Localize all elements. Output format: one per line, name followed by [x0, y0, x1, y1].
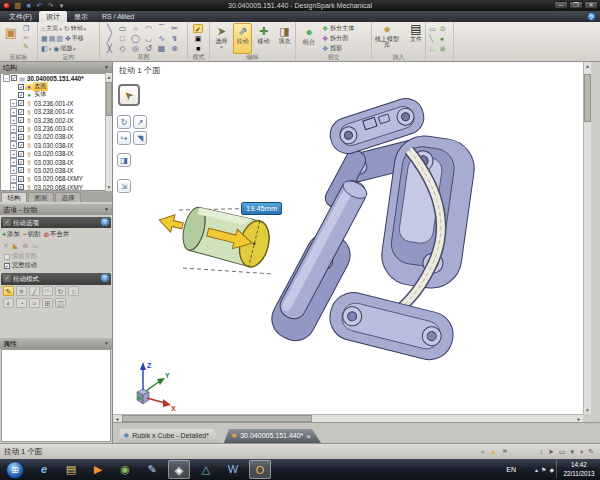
tree-scrollbar[interactable]: ▲ ▼ [105, 73, 112, 191]
dock-tab[interactable]: 结构 [1, 192, 27, 202]
start-button[interactable]: ⊞ [6, 461, 24, 479]
pull-mode-button[interactable]: ✕ [16, 286, 27, 296]
combine-button[interactable]: ● 组合 [298, 23, 320, 54]
view-grid-icon[interactable]: ▤ [49, 35, 56, 43]
home-view-button[interactable]: ⌂ 主页 ▾ [41, 24, 62, 33]
window-control-button[interactable]: ❐ [569, 1, 583, 9]
expander-icon[interactable] [10, 109, 17, 115]
view-grid-icon[interactable]: ▦ [41, 35, 48, 43]
pull-measure-icon[interactable]: ⊕ [22, 242, 28, 250]
pull-mode-button[interactable]: ↻ [55, 286, 66, 296]
visibility-checkbox[interactable] [18, 134, 24, 140]
scrollbar-thumb[interactable] [122, 415, 312, 422]
expander-icon[interactable] [10, 151, 17, 157]
expander-icon[interactable] [10, 117, 17, 123]
status-tool-icon[interactable]: ▾ [570, 444, 574, 460]
view-grid-icon[interactable]: ▥ [56, 35, 63, 43]
pin-icon[interactable]: ▼ [104, 204, 109, 215]
paste-button[interactable]: ▣ [2, 24, 20, 52]
select-tool-guide-button[interactable]: ➤ [118, 84, 140, 106]
spin-button[interactable]: ↻ 转动 ▾ [64, 24, 86, 33]
expander-icon[interactable] [10, 126, 17, 132]
view-face-button[interactable]: ◧ ▾ [41, 45, 51, 53]
expander-icon[interactable] [10, 159, 17, 165]
sketch-tool-button[interactable]: ◎ [129, 44, 142, 54]
tool-guide-rotate-button[interactable]: ↻ [117, 115, 131, 129]
pull-measure-icon[interactable]: ◣ [13, 242, 18, 250]
extra-tool-button[interactable]: ⊙ [440, 25, 446, 33]
status-indicator-icon[interactable]: ▲ [490, 444, 497, 460]
visibility-checkbox[interactable] [18, 176, 24, 182]
visibility-checkbox[interactable] [18, 151, 24, 157]
scroll-up-icon[interactable]: ▲ [584, 62, 591, 70]
insert-button[interactable]: ● 线上模型库 [374, 23, 400, 54]
ribbon-tab[interactable]: 设计 [39, 11, 67, 22]
edit-tool-button[interactable]: ✚ 移动 [254, 23, 273, 54]
scroll-down-icon[interactable]: ▼ [584, 406, 591, 414]
pull-measure-icon[interactable]: ▭ [32, 242, 39, 250]
sketch-tool-button[interactable]: ↺ [142, 44, 155, 54]
pull-mode-button[interactable]: ◫ [55, 298, 66, 308]
mode-button[interactable]: ▣ [193, 34, 203, 43]
status-tool-icon[interactable]: ◑ [579, 444, 583, 460]
document-tab[interactable]: ❖ Rubik x Cube - Detailed* [116, 429, 222, 443]
tree-item[interactable]: 实体 [1, 91, 111, 99]
taskbar-app-icon[interactable]: ✎ [141, 460, 163, 479]
visibility-checkbox[interactable] [18, 126, 24, 132]
status-tool-icon[interactable]: ▭ [559, 444, 566, 460]
language-indicator[interactable]: EN [506, 459, 516, 480]
tree-item[interactable]: 03.020.068-IXMY [1, 183, 111, 191]
help-icon[interactable]: ? [587, 12, 596, 21]
visibility-checkbox[interactable] [18, 109, 24, 115]
clipboard-small-button[interactable]: ✎ [23, 43, 29, 51]
pull-mode-button[interactable]: ≈ [29, 298, 40, 308]
intersect-tool-button[interactable]: ❖ 拆分面 [322, 34, 354, 43]
taskbar-app-icon[interactable]: O [249, 460, 271, 479]
expander-icon[interactable] [10, 167, 17, 173]
intersect-tool-button[interactable]: ❖ 投影 [322, 44, 354, 53]
quick-access-button[interactable]: ■ [24, 1, 33, 10]
mode-button[interactable]: ✓ [193, 24, 203, 33]
sketch-tool-button[interactable]: ∿ [155, 34, 168, 44]
status-indicator-icon[interactable]: ● [481, 444, 485, 460]
canvas-horizontal-scrollbar[interactable]: ◄ ► [113, 414, 583, 422]
scroll-up-icon[interactable]: ▲ [106, 73, 112, 81]
sketch-tool-button[interactable]: ▦ [155, 44, 168, 54]
zoom-button[interactable]: ◉ 缩放 ▾ [53, 44, 76, 53]
tool-guide-draft-button[interactable]: ◥ [133, 131, 147, 145]
tree-item[interactable]: 03.020.038-IX [1, 150, 111, 158]
mode-button[interactable]: ■ [193, 44, 203, 53]
canvas-vertical-scrollbar[interactable]: ▲ ▼ [583, 62, 591, 414]
tree-item[interactable]: 03.030.038-IX [1, 158, 111, 166]
sketch-tool-button[interactable]: □ [116, 34, 129, 44]
quick-access-button[interactable]: ↷ [46, 1, 55, 10]
clipboard-small-button[interactable]: ✂ [23, 34, 29, 42]
visibility-checkbox[interactable] [18, 167, 24, 173]
document-tab[interactable]: ❖ 30.040005.151.440* × [224, 429, 321, 443]
ribbon-tab[interactable]: 显示 [67, 11, 95, 22]
pull-mode-button[interactable]: ◠ [42, 286, 53, 296]
window-control-button[interactable]: ─ [554, 1, 568, 9]
visibility-checkbox[interactable] [18, 100, 24, 106]
visibility-checkbox[interactable] [11, 75, 17, 81]
dock-tab[interactable]: 图层 [28, 192, 54, 202]
pan-button[interactable]: ✥ 平移 [65, 34, 84, 43]
edit-tool-button[interactable]: ⇗ 拉动 [233, 23, 252, 54]
expander-icon[interactable] [10, 176, 17, 182]
quick-access-button[interactable]: ▥ [13, 1, 22, 10]
tree-item[interactable]: 03.030.038-IX [1, 141, 111, 149]
clipboard-small-button[interactable]: ❐ [23, 25, 29, 33]
expander-icon[interactable] [10, 184, 17, 190]
pull-mode-button[interactable]: ╱ [29, 286, 40, 296]
scroll-down-icon[interactable]: ▼ [106, 183, 112, 191]
expander-icon[interactable] [10, 134, 17, 140]
sketch-tool-button[interactable]: ▭ [116, 24, 129, 34]
expander-icon[interactable] [10, 100, 17, 106]
extra-tool-button[interactable]: ∟ [429, 45, 436, 53]
expander-icon[interactable] [3, 75, 10, 81]
quick-access-button[interactable]: ↶ [35, 1, 44, 10]
tree-item[interactable]: 03.020.068-IXMY [1, 175, 111, 183]
design-canvas[interactable]: 拉动 1 个面 ➤ ↻ ↗ ↪ ◥ ◨ ⇲ [113, 62, 591, 422]
status-tool-icon[interactable]: ➤ [548, 444, 554, 460]
taskbar-app-icon[interactable]: ◈ [168, 460, 190, 479]
